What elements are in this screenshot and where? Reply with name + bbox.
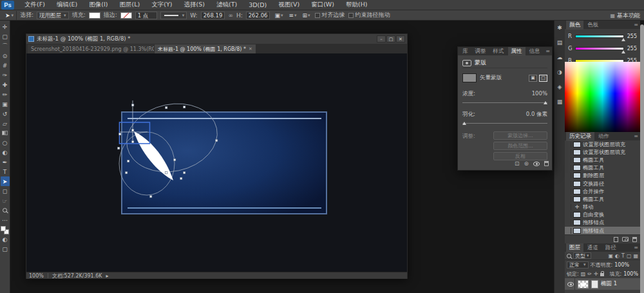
- add-pixel-mask-button[interactable]: ▣: [529, 75, 537, 82]
- dodge-tool[interactable]: ◐: [1, 147, 10, 157]
- invert-button[interactable]: 反相: [493, 152, 547, 160]
- window-scrollbar[interactable]: [640, 24, 644, 293]
- align-edges-checkbox[interactable]: 对齐边缘: [315, 11, 345, 19]
- history-item[interactable]: 设置形状图层填充: [565, 140, 640, 148]
- feather-value[interactable]: 0.0 像素: [526, 111, 547, 118]
- red-value[interactable]: 255: [627, 33, 637, 39]
- layer-name[interactable]: 椭圆 1: [601, 280, 617, 288]
- hand-tool[interactable]: ☞: [1, 196, 10, 205]
- tool-preset-picker[interactable]: ➤ ▾: [3, 11, 17, 20]
- green-track[interactable]: [575, 47, 624, 50]
- info-panel-icon[interactable]: ◈: [558, 84, 562, 90]
- layer-thumbnail[interactable]: [578, 280, 589, 288]
- tab-libraries[interactable]: 库: [459, 47, 471, 56]
- tab-properties[interactable]: 属性: [508, 47, 526, 56]
- libraries-panel-icon[interactable]: ▦: [557, 99, 563, 105]
- adjustments-panel-icon[interactable]: ◑: [557, 69, 562, 75]
- new-document-from-state-icon[interactable]: [614, 237, 618, 242]
- tab-styles[interactable]: 样式: [490, 47, 507, 56]
- new-snapshot-icon[interactable]: [622, 237, 629, 241]
- history-source-well[interactable]: [566, 173, 571, 178]
- stroke-swatch[interactable]: [120, 12, 132, 19]
- lock-transparency-icon[interactable]: ▨: [581, 271, 586, 277]
- fill-swatch[interactable]: [89, 12, 100, 19]
- history-source-well[interactable]: [566, 212, 571, 218]
- tab-layers[interactable]: 图层: [566, 243, 583, 252]
- blend-mode-dropdown[interactable]: 正常 ▾: [567, 261, 589, 269]
- history-item[interactable]: 拖移锚点: [565, 219, 640, 227]
- delete-state-icon[interactable]: [632, 237, 637, 242]
- menu-layer[interactable]: 图层(L): [115, 0, 146, 10]
- history-item[interactable]: 合并操作: [565, 187, 640, 195]
- tab-swatches[interactable]: 色板: [584, 21, 601, 30]
- history-source-well[interactable]: [566, 196, 571, 202]
- tab-color[interactable]: 颜色: [566, 21, 583, 30]
- menu-select[interactable]: 选择(S): [178, 0, 209, 10]
- select-scope-dropdown[interactable]: 现用图层 ▾: [37, 12, 69, 19]
- stroke-width-field[interactable]: 1 点: [135, 12, 157, 19]
- constrain-path-drag-checkbox[interactable]: 约束路径拖动: [348, 11, 390, 19]
- color-spectrum-picker[interactable]: [565, 62, 640, 132]
- tab-channels[interactable]: 通道: [584, 243, 601, 252]
- brush-tool[interactable]: ✏: [1, 90, 10, 99]
- histogram-panel-icon[interactable]: ▤: [557, 39, 563, 46]
- red-slider[interactable]: R 255: [568, 33, 637, 39]
- filter-smart-object-icon[interactable]: ▦: [633, 253, 638, 259]
- healing-brush-tool[interactable]: ✚: [1, 80, 10, 90]
- document-title-bar[interactable]: 未标题-1 @ 100% (椭圆 1, RGB/8) * – ▢ ✕: [26, 34, 407, 44]
- link-dimensions-icon[interactable]: ∞: [228, 12, 233, 19]
- disable-mask-icon[interactable]: [533, 162, 540, 166]
- menu-image[interactable]: 图像(I): [84, 0, 113, 10]
- lock-position-icon[interactable]: ✛: [594, 271, 598, 277]
- history-item[interactable]: 自由变换: [565, 211, 640, 219]
- tab-paths[interactable]: 路径: [602, 243, 620, 252]
- history-item[interactable]: ✛移动: [565, 203, 640, 211]
- delete-mask-icon[interactable]: [544, 161, 549, 166]
- history-source-well[interactable]: [566, 181, 571, 187]
- green-value[interactable]: 255: [627, 46, 637, 52]
- history-source-well[interactable]: [566, 189, 571, 194]
- filter-shape-icon[interactable]: ▢: [627, 253, 632, 259]
- zoom-tool[interactable]: [1, 205, 10, 215]
- document-tab-screenshot[interactable]: Screenshot_20180416-232929.png @ 11.3%(R…: [28, 44, 154, 53]
- lasso-tool[interactable]: ⌒: [1, 41, 10, 51]
- load-selection-from-mask-icon[interactable]: ⊡: [515, 160, 520, 167]
- quick-mask-button[interactable]: ◐: [1, 234, 10, 244]
- slider-thumb[interactable]: [544, 101, 547, 104]
- tab-history[interactable]: 历史记录: [566, 132, 594, 141]
- menu-help[interactable]: 帮助(H): [341, 0, 373, 10]
- move-tool[interactable]: ✛: [1, 22, 10, 32]
- path-alignment-button[interactable]: ≡ ▾: [287, 12, 298, 19]
- foreground-background-colors[interactable]: [1, 226, 9, 234]
- feather-slider[interactable]: [462, 123, 547, 124]
- tab-info[interactable]: 信息: [526, 47, 544, 56]
- path-arrangement-button[interactable]: ⊞ ▾: [301, 12, 312, 19]
- stroke-style-dropdown[interactable]: ▾: [160, 12, 187, 19]
- green-slider[interactable]: G 255: [568, 45, 637, 52]
- clone-stamp-tool[interactable]: ▣: [1, 99, 10, 109]
- mask-edge-button[interactable]: 蒙版边缘...: [493, 131, 547, 140]
- foreground-color-swatch[interactable]: [1, 226, 6, 231]
- marquee-tool[interactable]: ▢: [1, 32, 10, 41]
- history-item[interactable]: 删除图层: [565, 172, 640, 180]
- slider-thumb[interactable]: [621, 50, 625, 53]
- density-slider[interactable]: [462, 102, 547, 103]
- blur-tool[interactable]: ○: [1, 138, 10, 147]
- type-tool[interactable]: T: [1, 167, 10, 176]
- menu-window[interactable]: 窗口(W): [306, 0, 339, 10]
- lock-all-icon[interactable]: [600, 273, 604, 276]
- status-options-arrow[interactable]: ▸: [106, 273, 109, 279]
- history-source-well[interactable]: [566, 220, 571, 225]
- history-item[interactable]: 交换路径: [565, 180, 640, 187]
- add-vector-mask-button[interactable]: ▢: [539, 75, 547, 82]
- menu-3d[interactable]: 3D(D): [243, 1, 272, 9]
- close-icon[interactable]: ✕: [249, 46, 252, 52]
- history-item[interactable]: 椭圆工具: [565, 164, 640, 172]
- menu-file[interactable]: 文件(F): [19, 0, 50, 10]
- red-track[interactable]: [575, 35, 624, 38]
- menu-filter[interactable]: 滤镜(T): [211, 0, 242, 10]
- width-field[interactable]: 268.19: [201, 12, 225, 19]
- density-value[interactable]: 100%: [532, 90, 547, 98]
- lock-paint-icon[interactable]: ✏: [587, 271, 592, 277]
- filter-type-dropdown[interactable]: 类型 ▾: [573, 252, 591, 259]
